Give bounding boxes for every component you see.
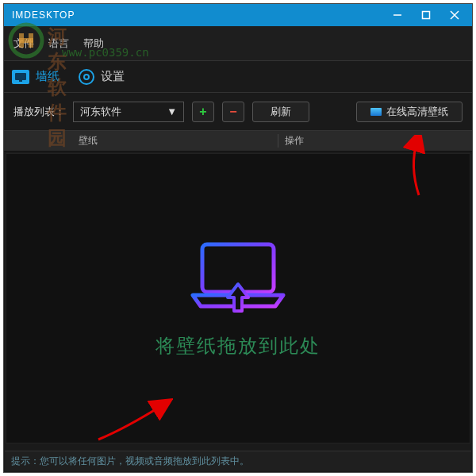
playlist-select-value: 河东软件 — [80, 105, 121, 119]
remove-button[interactable]: − — [222, 102, 244, 122]
menubar: 文件 语言 帮助 — [4, 26, 472, 61]
dropzone[interactable]: 将壁纸拖放到此处 — [6, 153, 470, 443]
playlist-select[interactable]: 河东软件 ▼ — [73, 102, 184, 122]
header-wallpaper: 壁纸 — [72, 134, 278, 148]
window-title: IMDESKTOP — [12, 10, 383, 21]
menu-help[interactable]: 帮助 — [83, 36, 104, 51]
maximize-button[interactable] — [412, 4, 440, 26]
menu-language[interactable]: 语言 — [48, 36, 69, 51]
tab-settings[interactable]: 设置 — [79, 69, 125, 85]
toolbar: 播放列表： 河东软件 ▼ + − 刷新 在线高清壁纸 — [4, 93, 472, 131]
svg-rect-1 — [423, 12, 430, 19]
header-operation: 操作 — [278, 134, 472, 148]
wallpaper-icon — [370, 108, 382, 116]
svg-rect-4 — [15, 73, 26, 80]
statusbar: 提示：您可以将任何图片，视频或音频拖放到此列表中。 — [5, 451, 471, 471]
svg-rect-5 — [19, 80, 22, 82]
status-hint: 提示：您可以将任何图片，视频或音频拖放到此列表中。 — [11, 455, 249, 468]
online-hd-button[interactable]: 在线高清壁纸 — [356, 102, 463, 122]
titlebar: IMDESKTOP — [4, 4, 472, 26]
refresh-button[interactable]: 刷新 — [252, 102, 309, 122]
refresh-label: 刷新 — [271, 105, 291, 119]
close-button[interactable] — [440, 4, 469, 26]
tab-wallpaper-label: 墙纸 — [36, 69, 60, 84]
gear-icon — [79, 69, 94, 85]
tab-wallpaper[interactable]: 墙纸 — [12, 69, 60, 84]
minimize-button[interactable] — [383, 4, 412, 26]
list-header: 壁纸 操作 — [4, 131, 472, 152]
chevron-down-icon: ▼ — [167, 106, 177, 117]
monitor-icon — [12, 70, 29, 84]
menu-file[interactable]: 文件 — [13, 36, 34, 51]
laptop-icon — [186, 238, 290, 317]
add-button[interactable]: + — [192, 102, 214, 122]
online-hd-label: 在线高清壁纸 — [386, 105, 448, 119]
dropzone-text: 将壁纸拖放到此处 — [155, 333, 321, 359]
playlist-label: 播放列表： — [13, 105, 65, 119]
tabbar: 墙纸 设置 — [4, 61, 472, 93]
tab-settings-label: 设置 — [101, 69, 125, 84]
